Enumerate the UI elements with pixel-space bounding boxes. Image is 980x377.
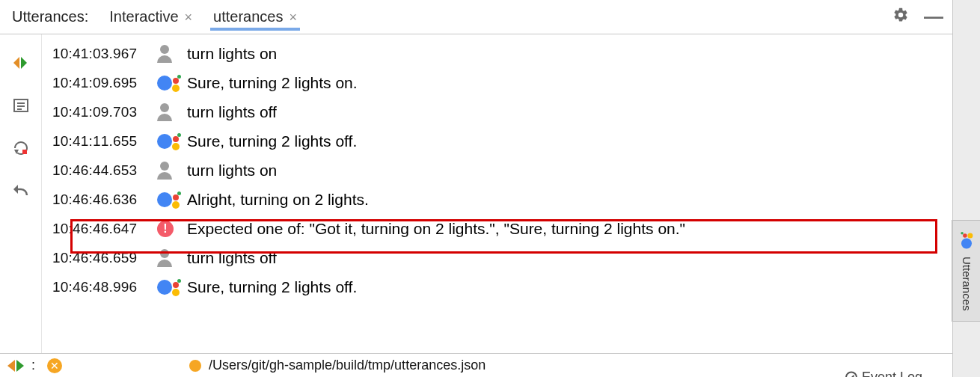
user-icon [157,162,187,180]
close-icon[interactable]: × [289,10,297,24]
status-colon: : [31,358,35,373]
status-bar: : ✕ /Users/git/gh-sample/build/tmp/utter… [0,353,952,377]
log-row[interactable]: 10:41:09.695 Sure, turning 2 lights on. [42,68,952,97]
run-toolbar [0,34,42,353]
assistant-icon [157,190,187,209]
right-tool-strip: Utterances [953,0,980,377]
log-row[interactable]: 10:41:11.655 Sure, turning 2 lights off. [42,126,952,156]
user-icon [157,249,187,267]
log-text: Expected one of: "Got it, turning on 2 l… [187,214,685,243]
event-log-label: Event Log [862,370,922,378]
timestamp: 10:41:09.695 [52,68,157,97]
log-row[interactable]: 10:46:46.659 turn lights off [42,243,952,272]
rerun-button[interactable] [12,54,30,76]
svg-rect-7 [22,150,27,154]
svg-marker-8 [13,185,18,194]
timestamp: 10:41:03.967 [52,39,157,68]
log-text: turn lights on [187,156,277,185]
tabbar: Utterances: Interactive × utterances × — [0,0,952,34]
settings-button[interactable] [892,7,909,27]
timestamp: 10:46:46.659 [52,243,157,272]
log-row[interactable]: 10:41:03.967 turn lights on [42,39,952,68]
status-clear-icon[interactable]: ✕ [47,358,62,373]
log-row[interactable]: 10:46:46.636 Alright, turning on 2 light… [42,185,952,214]
status-rerun-icon[interactable] [7,360,24,372]
log-row[interactable]: 10:46:44.653 turn lights on [42,156,952,185]
main-panel: Utterances: Interactive × utterances × — [0,0,953,377]
side-tab-label: Utterances [961,257,973,311]
log-text: Sure, turning 2 lights on. [187,68,358,97]
log-row-error[interactable]: 10:46:46.647 ! Expected one of: "Got it,… [42,214,952,243]
log-text: turn lights off [187,243,277,272]
assistant-icon [157,73,187,93]
user-icon [157,45,187,63]
log-row[interactable]: 10:41:09.703 turn lights off [42,97,952,126]
log-text: Sure, turning 2 lights off. [187,272,357,301]
svg-marker-0 [13,57,19,69]
list-button[interactable] [12,96,30,118]
gear-icon [892,7,909,23]
tabbar-actions: — [892,5,943,28]
log-text: Sure, turning 2 lights off. [187,126,357,156]
assistant-icon [157,278,187,297]
tab-utterances[interactable]: utterances × [210,4,300,30]
log-row[interactable]: 10:46:48.996 Sure, turning 2 lights off. [42,272,952,301]
timestamp: 10:41:09.703 [52,97,157,126]
clock-icon [845,371,857,377]
timestamp: 10:46:46.636 [52,185,157,214]
reload-button[interactable] [12,139,30,161]
status-path: /Users/git/gh-sample/build/tmp/utterance… [209,358,486,373]
close-icon[interactable]: × [185,10,193,24]
user-icon [157,103,187,121]
assistant-icon [960,233,973,248]
timestamp: 10:46:48.996 [52,272,157,301]
log-text: turn lights off [187,97,277,126]
log-area: 10:41:03.967 turn lights on 10:41:09.695… [42,34,952,353]
minimize-button[interactable]: — [924,5,943,28]
timestamp: 10:46:44.653 [52,156,157,185]
tabbar-title: Utterances: [12,8,88,25]
status-dot-icon [189,360,201,372]
tab-label: utterances [213,8,283,25]
assistant-icon [157,132,187,151]
log-text: turn lights on [187,39,277,68]
tab-label: Interactive [109,8,178,25]
svg-marker-1 [21,57,27,69]
undo-button[interactable] [12,182,30,203]
side-tab-utterances[interactable]: Utterances [952,220,980,322]
event-log-tab[interactable]: Event Log [845,370,922,378]
utterances-panel: Utterances: Interactive × utterances × — [0,0,980,377]
log-text: Alright, turning on 2 lights. [187,185,369,214]
timestamp: 10:41:11.655 [52,126,157,156]
timestamp: 10:46:46.647 [52,214,157,243]
error-icon: ! [157,221,187,237]
tab-interactive[interactable]: Interactive × [106,4,195,30]
body-area: 10:41:03.967 turn lights on 10:41:09.695… [0,34,952,353]
